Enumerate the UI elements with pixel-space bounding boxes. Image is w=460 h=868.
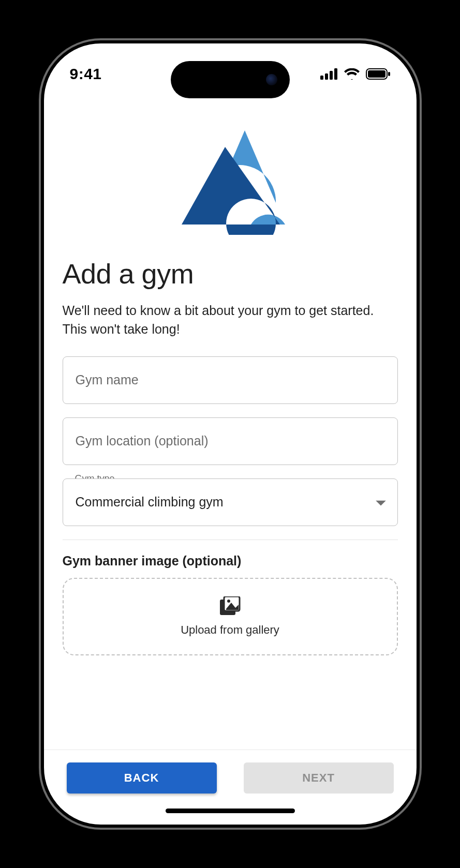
status-time: 9:41 (70, 61, 102, 83)
cellular-signal-icon (320, 68, 338, 80)
chevron-down-icon (376, 495, 386, 510)
gym-location-input[interactable] (63, 417, 398, 465)
gym-name-input[interactable] (63, 356, 398, 404)
status-icons (320, 64, 391, 80)
gym-type-field: Gym type Commercial climbing gym (63, 478, 398, 526)
banner-section-label: Gym banner image (optional) (63, 553, 398, 568)
phone-volume-down (37, 343, 41, 406)
back-button[interactable]: BACK (67, 762, 217, 794)
phone-power-button (420, 287, 424, 385)
svg-rect-0 (320, 76, 323, 80)
app-logo (63, 121, 398, 235)
svg-point-9 (227, 600, 230, 603)
phone-side-button (37, 204, 41, 235)
footer-actions: BACK NEXT (44, 750, 417, 825)
page-subtitle: We'll need to know a bit about your gym … (63, 301, 398, 339)
phone-device-frame: 9:41 (44, 43, 417, 825)
upload-banner-label: Upload from gallery (181, 623, 279, 637)
wifi-icon (344, 68, 360, 80)
svg-rect-5 (368, 70, 385, 78)
gym-location-field (63, 417, 398, 465)
gym-name-field (63, 356, 398, 404)
mountain-logo-icon (173, 121, 287, 235)
screen-content: Add a gym We'll need to know a bit about… (44, 43, 417, 825)
svg-rect-1 (325, 73, 328, 80)
phone-volume-up (37, 266, 41, 328)
svg-rect-6 (388, 72, 390, 76)
phone-screen: 9:41 (44, 43, 417, 825)
gym-type-selected-value: Commercial climbing gym (76, 495, 224, 510)
next-button: NEXT (244, 762, 394, 794)
gym-type-select[interactable]: Commercial climbing gym (63, 478, 398, 526)
svg-rect-2 (330, 71, 333, 80)
battery-icon (366, 68, 391, 80)
page-title: Add a gym (63, 258, 398, 290)
section-divider (63, 540, 398, 540)
home-indicator[interactable] (166, 809, 295, 813)
svg-rect-3 (334, 68, 337, 80)
dynamic-island (171, 61, 290, 98)
image-gallery-icon (220, 596, 241, 617)
upload-banner-button[interactable]: Upload from gallery (63, 578, 398, 655)
